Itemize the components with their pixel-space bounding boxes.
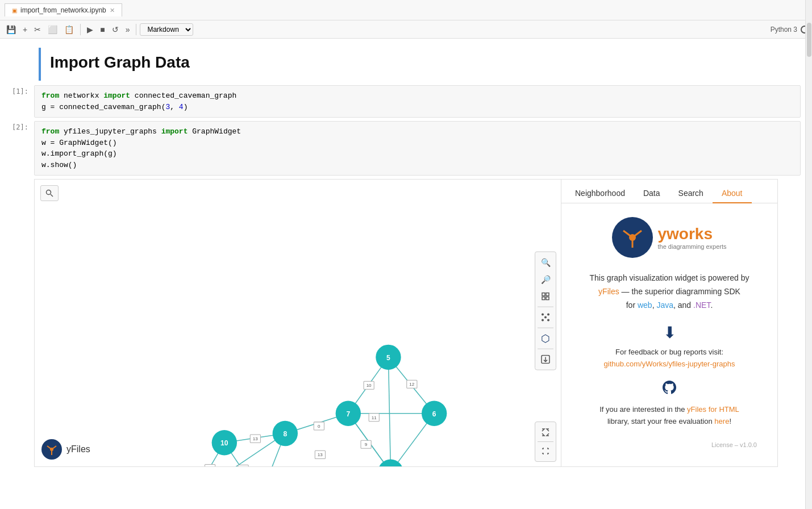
svg-line-91 — [47, 446, 52, 449]
svg-text:10: 10 — [220, 439, 228, 447]
kernel-label: Python 3 — [771, 26, 797, 34]
svg-line-8 — [388, 357, 390, 466]
toolbar-sep-2 — [538, 328, 553, 328]
page-title: Import Graph Data — [41, 48, 213, 81]
main-content: Import Graph Data [1]: from networkx imp… — [0, 39, 812, 509]
svg-text:12: 12 — [409, 382, 414, 387]
cell-1: [1]: from networkx import connected_cave… — [0, 85, 812, 118]
yworks-icon-circle — [612, 217, 653, 258]
about-feedback-section: ⬇ For feedback or bug reports visit: git… — [573, 323, 766, 370]
svg-point-84 — [542, 319, 544, 322]
svg-text:9: 9 — [365, 442, 368, 447]
svg-point-85 — [547, 319, 549, 322]
svg-line-94 — [632, 231, 642, 237]
right-panel: Neighborhood Data Search About — [561, 180, 777, 466]
kernel-info: Python 3 — [771, 26, 809, 34]
yworks-text-block: yworks the diagramming experts — [657, 225, 726, 250]
svg-text:7: 7 — [346, 410, 350, 418]
save-btn[interactable]: 💾 — [3, 23, 19, 36]
yfiles-brand: yFiles — [41, 439, 90, 460]
widget-area: 1 5 3 14 6 10 — [34, 179, 778, 467]
github-link[interactable]: github.com/yWorks/yfiles-jupyter-graphs — [604, 360, 735, 368]
svg-text:13: 13 — [253, 436, 258, 441]
yfiles-link[interactable]: yFiles — [598, 287, 619, 296]
yfiles-brand-text: yFiles — [66, 444, 90, 454]
feedback-text: For feedback or bug reports visit: githu… — [604, 347, 735, 370]
paste-btn[interactable]: 📋 — [61, 23, 77, 36]
notebook-tab-icon: ▣ — [12, 7, 17, 14]
cell-1-number: [1]: — [0, 85, 34, 95]
tab-about[interactable]: About — [713, 184, 752, 203]
zoom-toolbar — [535, 422, 556, 462]
html-text: If you are interested in the yFiles for … — [599, 404, 739, 428]
toolbar-sep-3 — [538, 349, 553, 349]
cell-2-content[interactable]: from yfiles_jupyter_graphs import GraphW… — [34, 121, 801, 176]
copy-btn[interactable]: ⬜ — [45, 23, 60, 36]
layout-btn[interactable] — [538, 310, 553, 326]
run-all-btn[interactable]: » — [123, 23, 133, 36]
notebook-tab-title: import_from_networkx.ipynb — [20, 6, 106, 14]
svg-point-83 — [547, 314, 549, 316]
license-text: License – v1.0.0 — [573, 437, 766, 453]
yworks-name: yworks — [657, 225, 726, 243]
svg-rect-80 — [542, 297, 545, 300]
add-cell-btn[interactable]: + — [20, 23, 30, 36]
yfiles-logo-circle — [41, 439, 62, 460]
svg-text:0: 0 — [318, 424, 320, 429]
expand-btn[interactable] — [538, 424, 553, 440]
svg-line-95 — [623, 231, 632, 237]
scrollbar[interactable] — [805, 0, 812, 509]
tab-search[interactable]: Search — [669, 184, 713, 203]
web-link[interactable]: web — [638, 301, 652, 310]
graph-panel: 1 5 3 14 6 10 — [35, 180, 561, 466]
svg-rect-81 — [546, 297, 549, 300]
svg-text:5: 5 — [386, 354, 390, 362]
yworks-tagline: the diagramming experts — [657, 243, 726, 250]
zoom-in-btn[interactable]: 🔍 — [538, 254, 553, 270]
run-btn[interactable]: ▶ — [84, 23, 96, 36]
cell-2: [2]: from yfiles_jupyter_graphs import G… — [0, 121, 812, 176]
cell-1-content[interactable]: from networkx import connected_caveman_g… — [34, 85, 801, 118]
zoom-out-btn[interactable]: 🔎 — [538, 272, 553, 287]
interrupt-btn[interactable]: ■ — [97, 23, 107, 36]
restart-btn[interactable]: ↺ — [109, 23, 122, 36]
cell-type-dropdown[interactable]: Markdown Code Raw — [140, 23, 193, 36]
tab-data[interactable]: Data — [634, 184, 669, 203]
tab-close-btn[interactable]: ✕ — [110, 7, 115, 14]
svg-rect-42 — [238, 465, 248, 466]
yfiles-html-link[interactable]: yFiles for HTML — [687, 405, 739, 414]
separator-1 — [80, 24, 81, 35]
graph-visualization[interactable]: 1 5 3 14 6 10 — [35, 180, 561, 466]
settings-btn[interactable]: ⬡ — [538, 331, 553, 347]
fit-graph-btn[interactable] — [538, 289, 553, 304]
cell-2-number: [2]: — [0, 121, 34, 131]
java-link[interactable]: Java — [656, 301, 673, 310]
notebook-area: Import Graph Data [1]: from networkx imp… — [0, 39, 812, 509]
scrollbar-thumb[interactable] — [807, 23, 811, 57]
svg-text:8: 8 — [283, 430, 287, 438]
svg-point-86 — [544, 316, 547, 319]
svg-point-82 — [542, 314, 544, 316]
export-btn[interactable] — [538, 352, 553, 368]
tab-bar: ▣ import_from_networkx.ipynb ✕ — [0, 0, 812, 20]
svg-text:6: 6 — [432, 410, 436, 418]
about-html-section: If you are interested in the yFiles for … — [573, 379, 766, 428]
svg-text:10: 10 — [367, 383, 372, 388]
about-description-1: This graph visualization widget is power… — [590, 272, 749, 312]
about-content: yworks the diagramming experts This grap… — [561, 203, 777, 466]
github-icon — [661, 379, 677, 399]
svg-line-14 — [193, 433, 285, 466]
svg-rect-78 — [542, 293, 545, 296]
here-link[interactable]: here — [714, 417, 729, 425]
dotnet-link[interactable]: .NET — [693, 301, 710, 310]
jupyter-toolbar: 💾 + ✂ ⬜ 📋 ▶ ■ ↺ » Markdown Code Raw Pyth… — [0, 20, 812, 39]
cut-btn[interactable]: ✂ — [31, 23, 44, 36]
tab-neighborhood[interactable]: Neighborhood — [566, 184, 634, 203]
notebook-tab[interactable]: ▣ import_from_networkx.ipynb ✕ — [5, 3, 122, 16]
toolbar-sep-1 — [538, 307, 553, 307]
separator-2 — [136, 24, 136, 35]
yworks-logo: yworks the diagramming experts — [612, 217, 726, 258]
svg-rect-79 — [546, 293, 549, 296]
zoom-sep — [538, 441, 553, 442]
collapse-btn[interactable] — [538, 443, 553, 459]
